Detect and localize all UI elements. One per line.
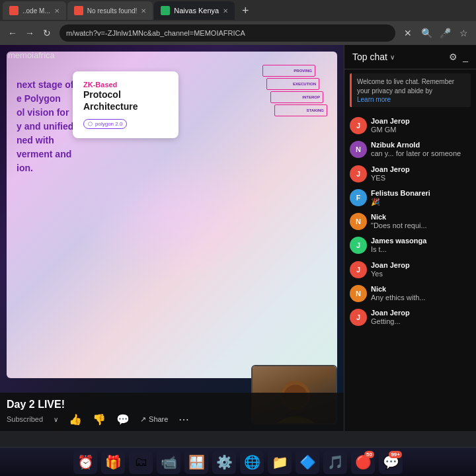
msg-text: Any ethics with... <box>371 293 471 302</box>
share-label: Share <box>149 415 168 423</box>
avatar: J <box>350 237 367 254</box>
chat-chevron-icon[interactable]: ∨ <box>390 54 395 61</box>
tab-1[interactable]: ..ode M... ✕ <box>3 1 66 20</box>
comment-icon[interactable]: 💬 <box>116 413 130 426</box>
taskbar-icon-edge[interactable]: 🔷 <box>296 450 319 474</box>
tab2-label: No results found! <box>87 7 138 15</box>
tab3-favicon <box>161 6 170 15</box>
tab2-favicon <box>74 6 83 15</box>
taskbar-icon-whatsapp[interactable]: 💬99+ <box>379 450 403 474</box>
mic-icon[interactable]: 🎤 <box>438 26 452 40</box>
dislike-icon[interactable]: 👎 <box>93 413 106 426</box>
tab1-close[interactable]: ✕ <box>54 7 60 15</box>
msg-text: Is t... <box>371 245 471 254</box>
chat-message: NNick"Does not requi... <box>344 210 476 233</box>
tab2-close[interactable]: ✕ <box>141 7 146 15</box>
settings-icon[interactable]: ⚙ <box>449 52 457 62</box>
arch-layer-execution: EXECUTION <box>266 78 319 90</box>
taskbar-icon-settings[interactable]: ⚙️ <box>212 450 236 474</box>
arch-label-execution: EXECUTION <box>293 82 316 86</box>
taskbar-icon-browser[interactable]: 🌐 <box>240 450 264 474</box>
msg-author: Nzibuk Arnold <box>371 141 471 149</box>
chat-header-left: Top chat ∨ <box>352 52 395 62</box>
arch-layer-interop: INTEROP <box>270 91 323 103</box>
taskbar-icon-windows-explorer[interactable]: 🗂 <box>129 450 153 474</box>
msg-text: GM GM <box>371 125 471 134</box>
tab3-close[interactable]: ✕ <box>223 7 228 15</box>
browser-chrome: ..ode M... ✕ No results found! ✕ Naivas … <box>0 0 476 45</box>
new-tab-button[interactable]: + <box>236 1 255 20</box>
msg-content: Felistus Bonareri🎉 <box>371 189 471 206</box>
avatar: J <box>350 117 367 134</box>
chat-header: Top chat ∨ ⚙ _ <box>344 45 476 69</box>
arch-layer-staking: STAKING <box>274 104 327 116</box>
chevron-down-icon[interactable]: ∨ <box>54 416 58 423</box>
arch-label-proving: PROVING <box>294 69 312 73</box>
content-area: memoiafrica next stage of e Polygon ol v… <box>0 45 476 431</box>
taskbar: ⏰🎁🗂📹🪟⚙️🌐📁🔷🎵🔴50💬99+ <box>0 447 476 476</box>
msg-author: Joan Jerop <box>371 309 471 317</box>
taskbar-icon-mail[interactable]: 📁 <box>268 450 292 474</box>
subscribed-bar: Subscribed ∨ 👍 👎 💬 ↗ Share ⋯ <box>7 413 337 426</box>
arch-diagram: PROVING EXECUTION INTEROP STAKING <box>262 65 327 118</box>
like-icon[interactable]: 👍 <box>69 413 82 426</box>
msg-text: "Does not requi... <box>371 221 471 230</box>
address-text: m/watch?v=-ZJlnlw1MNc&ab_channel=MEMOIAF… <box>66 29 245 37</box>
msg-author: Nick <box>371 213 471 221</box>
taskbar-icon-music[interactable]: 🎵 <box>323 450 347 474</box>
msg-content: Joan JeropGM GM <box>371 117 471 134</box>
tab-2[interactable]: No results found! ✕ <box>67 1 153 20</box>
polygon-badge: ⬡ polygon 2.0 <box>83 119 127 129</box>
share-button[interactable]: ↗ Share <box>140 415 168 424</box>
chat-controls: ⚙ _ <box>449 52 468 62</box>
arch-label-staking: STAKING <box>306 108 324 112</box>
chat-panel: Top chat ∨ ⚙ _ Welcome to live chat. Rem… <box>344 45 476 431</box>
more-options-icon[interactable]: ⋯ <box>178 413 189 426</box>
chat-message: JJoan JeropYes <box>344 258 476 282</box>
chat-notice: Welcome to live chat. Remember your priv… <box>350 73 471 107</box>
share-icon: ↗ <box>140 415 146 424</box>
taskbar-icon-clock-alarm[interactable]: ⏰ <box>73 450 97 474</box>
msg-content: Nzibuk Arnoldcan y... for later or someo… <box>371 141 471 158</box>
learn-more-link[interactable]: Learn more <box>357 96 465 103</box>
back-button[interactable]: ← <box>5 26 20 40</box>
search-icon[interactable]: 🔍 <box>419 26 434 40</box>
close-icon[interactable]: ✕ <box>401 26 415 40</box>
forward-button[interactable]: → <box>22 26 37 40</box>
star-icon[interactable]: ☆ <box>456 26 471 40</box>
tab-3[interactable]: Naivas Kenya ✕ <box>154 1 235 20</box>
msg-text: can y... for later or someone <box>371 149 471 158</box>
taskbar-icon-gift[interactable]: 🎁 <box>101 450 125 474</box>
msg-content: Nick"Does not requi... <box>371 213 471 230</box>
avatar: F <box>350 189 367 206</box>
video-title: Day 2 LIVE! <box>7 399 337 411</box>
slide-container: next stage of e Polygon ol vision for y … <box>7 52 337 378</box>
taskbar-icon-video-camera[interactable]: 📹 <box>157 450 180 474</box>
tab1-favicon <box>9 6 19 15</box>
address-input[interactable]: m/watch?v=-ZJlnlw1MNc&ab_channel=MEMOIAF… <box>60 24 395 42</box>
minimize-icon[interactable]: _ <box>463 52 468 62</box>
taskbar-badge-chrome: 50 <box>364 451 374 458</box>
msg-author: Joan Jerop <box>371 117 471 125</box>
video-controls: 👍 👎 💬 ↗ Share ⋯ <box>69 413 189 426</box>
pres-glow <box>73 149 271 281</box>
chat-message: JJoan JeropGM GM <box>344 114 476 138</box>
taskbar-icon-chrome[interactable]: 🔴50 <box>351 450 375 474</box>
taskbar-icon-windows-store[interactable]: 🪟 <box>184 450 208 474</box>
tab1-label: ..ode M... <box>22 7 50 15</box>
avatar: J <box>350 309 367 326</box>
slide-left-text: next stage of e Polygon ol vision for y … <box>7 71 83 182</box>
tab3-label: Naivas Kenya <box>174 7 219 15</box>
channel-name: memoiafrica <box>8 50 55 60</box>
msg-author: James wasonga <box>371 237 471 245</box>
refresh-button[interactable]: ↻ <box>40 26 54 40</box>
address-bar-row: ← → ↻ m/watch?v=-ZJlnlw1MNc&ab_channel=M… <box>0 21 476 45</box>
msg-author: Joan Jerop <box>371 261 471 269</box>
subscribed-text: Subscribed <box>7 415 43 423</box>
chat-title: Top chat <box>352 52 387 62</box>
chat-messages: JJoan JeropGM GMNNzibuk Arnoldcan y... f… <box>344 111 476 431</box>
zk-card: ZK-Based Protocol Architecture ⬡ polygon… <box>73 71 178 138</box>
msg-text: 🎉 <box>371 197 471 206</box>
chat-message: NNzibuk Arnoldcan y... for later or some… <box>344 138 476 161</box>
msg-content: NickAny ethics with... <box>371 285 471 302</box>
